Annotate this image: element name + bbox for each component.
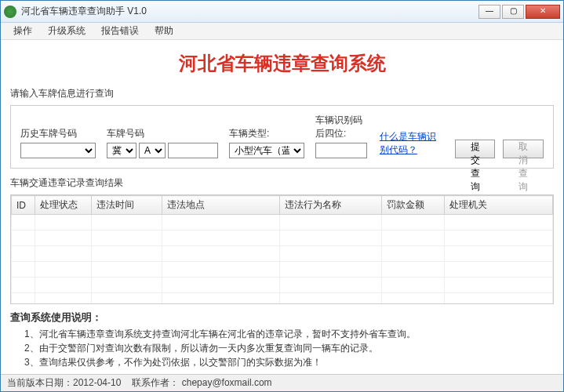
statusbar: 当前版本日期：2012-04-10 联系作者： chepay@foxmail.c…	[1, 374, 563, 391]
instruction-line: 2、由于交警部门对查询次数有限制，所以请勿一天内多次重复查询同一辆车的记录。	[10, 341, 554, 355]
province-select[interactable]: 冀	[107, 143, 136, 158]
vin-input[interactable]	[315, 143, 367, 158]
instructions-title: 查询系统使用说明：	[10, 310, 554, 325]
col-time[interactable]: 违法时间	[92, 196, 162, 215]
history-field: 历史车牌号码	[20, 127, 96, 158]
page-title: 河北省车辆违章查询系统	[10, 51, 554, 76]
vin-field: 车辆识别码后四位:	[315, 114, 369, 158]
col-loc[interactable]: 违法地点	[162, 196, 280, 215]
plate-field: 车牌号码 冀 A	[107, 127, 218, 158]
vin-help-link[interactable]: 什么是车辆识别代码？	[380, 130, 444, 157]
menu-help[interactable]: 帮助	[147, 23, 181, 39]
instruction-line: 3、查询结果仅供参考，不作为处罚依据，以交警部门的实际数据为准！	[10, 355, 554, 369]
query-form: 历史车牌号码 车牌号码 冀 A 车辆类型: 小型汽车（蓝牌） 车辆识别码后四位:…	[10, 105, 554, 169]
letter-select[interactable]: A	[139, 143, 166, 158]
menu-upgrade[interactable]: 升级系统	[40, 23, 93, 39]
type-field: 车辆类型: 小型汽车（蓝牌）	[229, 127, 304, 158]
col-fine[interactable]: 罚款金额	[382, 196, 445, 215]
col-org[interactable]: 处理机关	[445, 196, 553, 215]
vin-label: 车辆识别码后四位:	[315, 114, 369, 140]
table-row	[12, 230, 553, 246]
app-icon	[4, 5, 16, 18]
titlebar: 河北省车辆违章查询助手 V1.0 — ▢ ✕	[1, 1, 563, 23]
app-window: 河北省车辆违章查询助手 V1.0 — ▢ ✕ 操作 升级系统 报告错误 帮助 河…	[0, 0, 564, 392]
window-title: 河北省车辆违章查询助手 V1.0	[21, 5, 478, 18]
window-controls: — ▢ ✕	[478, 5, 560, 19]
type-select[interactable]: 小型汽车（蓝牌）	[229, 143, 304, 158]
results-table-wrap: ID 处理状态 违法时间 违法地点 违法行为名称 罚款金额 处理机关	[10, 194, 554, 304]
cancel-button[interactable]: 取消查询	[503, 140, 544, 158]
instructions: 查询系统使用说明： 1、河北省车辆违章查询系统支持查询河北车辆在河北省的违章记录…	[10, 310, 554, 369]
history-select[interactable]	[20, 143, 96, 158]
submit-button[interactable]: 提交查询	[455, 140, 496, 158]
table-row	[12, 293, 553, 305]
col-id[interactable]: ID	[12, 196, 35, 215]
query-prompt: 请输入车牌信息进行查询	[10, 87, 554, 100]
table-row	[12, 262, 553, 278]
table-row	[12, 215, 553, 230]
maximize-button[interactable]: ▢	[502, 5, 524, 19]
table-row	[12, 278, 553, 293]
plate-input[interactable]	[168, 143, 218, 158]
status-version: 当前版本日期：2012-04-10	[7, 376, 121, 390]
results-table: ID 处理状态 违法时间 违法地点 违法行为名称 罚款金额 处理机关	[11, 195, 553, 304]
minimize-button[interactable]: —	[478, 5, 500, 19]
close-button[interactable]: ✕	[526, 5, 560, 19]
type-label: 车辆类型:	[229, 127, 304, 140]
col-act[interactable]: 违法行为名称	[280, 196, 382, 215]
menu-report[interactable]: 报告错误	[93, 23, 147, 39]
menubar: 操作 升级系统 报告错误 帮助	[1, 23, 563, 40]
plate-label: 车牌号码	[107, 127, 218, 140]
table-row	[12, 246, 553, 262]
content-area: 河北省车辆违章查询系统 请输入车牌信息进行查询 历史车牌号码 车牌号码 冀 A …	[1, 40, 563, 374]
history-label: 历史车牌号码	[20, 127, 96, 140]
instruction-line: 1、河北省车辆违章查询系统支持查询河北车辆在河北省的违章记录，暂时不支持外省车查…	[10, 327, 554, 341]
menu-operate[interactable]: 操作	[5, 23, 40, 39]
status-contact: 联系作者： chepay@foxmail.com	[132, 376, 271, 390]
col-status[interactable]: 处理状态	[35, 196, 92, 215]
